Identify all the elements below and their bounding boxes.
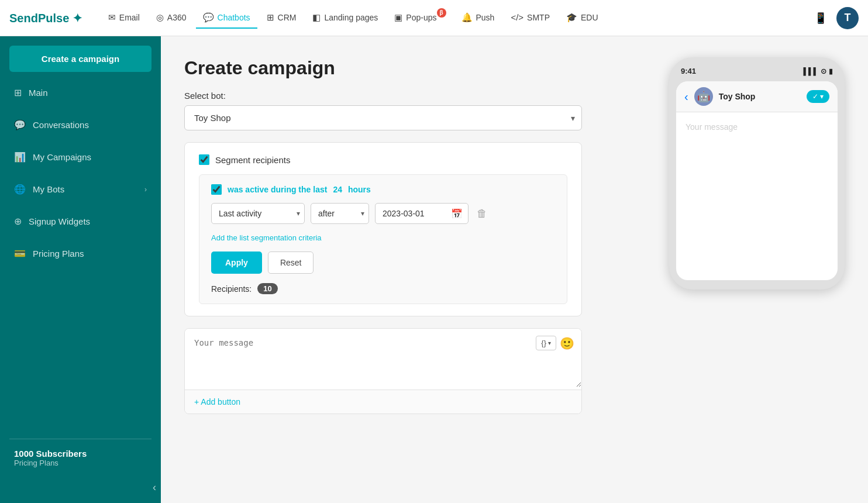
- select-bot-label: Select bot:: [184, 91, 664, 101]
- main-inner: Create campaign Select bot: Toy Shop ▾ S…: [161, 36, 687, 435]
- popups-icon: ▣: [394, 12, 402, 23]
- sidebar-item-my-bots[interactable]: 🌐 My Bots ›: [0, 173, 161, 205]
- phone-screen: ‹ 🤖 Toy Shop ✓ ▾ Your message: [676, 81, 838, 280]
- recipients-label: Recipients:: [211, 284, 252, 294]
- nav-item-chatbots[interactable]: 💬 Chatbots: [196, 8, 257, 29]
- phone-back-icon[interactable]: ‹: [684, 90, 688, 104]
- chatbots-icon: 💬: [203, 12, 214, 23]
- nav-item-landing[interactable]: ◧ Landing pages: [305, 8, 385, 29]
- add-criteria-link[interactable]: Add the list segmentation criteria: [211, 233, 322, 242]
- message-icons: {} ▾ 🙂: [536, 336, 574, 350]
- sidebar-collapse: ‹: [0, 477, 161, 503]
- message-textarea[interactable]: [185, 329, 581, 387]
- delete-filter-icon[interactable]: 🗑: [477, 208, 487, 220]
- campaigns-icon: 📊: [14, 151, 26, 163]
- page-title: Create campaign: [184, 57, 664, 79]
- push-icon: 🔔: [461, 12, 473, 23]
- subscribers-count: 1000 Subscribers: [14, 449, 147, 459]
- conversations-icon: 💬: [14, 119, 26, 130]
- sidebar-item-main[interactable]: ⊞ Main: [0, 77, 161, 109]
- smtp-icon: </>: [511, 12, 523, 22]
- wifi-icon: ⊙: [821, 67, 826, 75]
- sidebar-item-signup-widgets[interactable]: ⊕ Signup Widgets: [0, 205, 161, 237]
- phone-chat-body: Your message: [676, 112, 838, 264]
- edu-icon: 🎓: [566, 12, 577, 23]
- sidebar-label-campaigns: My Campaigns: [33, 152, 91, 162]
- nav-label-a360: A360: [167, 13, 187, 22]
- sidebar-label-pricing: Pricing Plans: [33, 249, 84, 259]
- navbar: SendPulse ✦ ✉ Email ◎ A360 💬 Chatbots ⊞ …: [0, 0, 868, 36]
- active-filter-label-start: was active during the last: [228, 185, 327, 194]
- sidebar: Create a campaign ⊞ Main 💬 Conversations…: [0, 36, 161, 503]
- phone-action-button[interactable]: ✓ ▾: [807, 90, 829, 103]
- code-arrow-icon: ▾: [548, 340, 551, 346]
- signal-icon: ▌▌▌: [803, 67, 818, 75]
- calendar-icon[interactable]: 📅: [451, 208, 463, 219]
- battery-icon: ▮: [829, 67, 833, 75]
- pricing-icon: 💳: [14, 248, 26, 259]
- filter-selects-row: Last activity after 📅 🗑: [211, 203, 555, 224]
- phone-time: 9:41: [681, 67, 696, 75]
- nav-item-popups[interactable]: ▣ Pop-ups β: [387, 8, 452, 29]
- active-filter-label-end: hours: [348, 185, 371, 194]
- sidebar-label-bots: My Bots: [33, 184, 64, 194]
- sidebar-item-pricing-plans[interactable]: 💳 Pricing Plans: [0, 237, 161, 270]
- segment-recipients-checkbox[interactable]: [199, 154, 209, 165]
- phone-bot-name: Toy Shop: [719, 92, 801, 101]
- nav-right: 📱 T: [814, 7, 859, 29]
- sidebar-plan-label[interactable]: Pricing Plans: [14, 459, 147, 467]
- filter-active-row: was active during the last 24 hours: [211, 184, 555, 195]
- main-content: Create campaign Select bot: Toy Shop ▾ S…: [161, 36, 868, 503]
- add-button-bar[interactable]: + Add button: [185, 390, 581, 414]
- sidebar-item-conversations[interactable]: 💬 Conversations: [0, 109, 161, 141]
- nav-label-email: Email: [119, 13, 140, 22]
- nav-item-push[interactable]: 🔔 Push: [454, 8, 502, 29]
- nav-label-chatbots: Chatbots: [218, 13, 250, 22]
- logo: SendPulse ✦: [9, 11, 82, 25]
- beta-badge: β: [437, 8, 446, 18]
- layout: Create a campaign ⊞ Main 💬 Conversations…: [0, 36, 868, 503]
- sidebar-item-my-campaigns[interactable]: 📊 My Campaigns: [0, 141, 161, 173]
- sidebar-footer: 1000 Subscribers Pricing Plans: [0, 439, 161, 477]
- criteria-select[interactable]: Last activity: [211, 203, 305, 224]
- nav-item-a360[interactable]: ◎ A360: [149, 8, 194, 29]
- widgets-icon: ⊕: [14, 216, 22, 227]
- avatar[interactable]: T: [836, 7, 859, 29]
- segment-header: Segment recipients: [199, 154, 567, 165]
- sidebar-label-main: Main: [29, 88, 48, 98]
- message-textarea-wrap: {} ▾ 🙂: [185, 329, 581, 390]
- create-campaign-button[interactable]: Create a campaign: [9, 46, 151, 72]
- segment-recipients-label: Segment recipients: [215, 155, 290, 165]
- reset-button[interactable]: Reset: [268, 252, 314, 274]
- phone-frame: 9:41 ▌▌▌ ⊙ ▮ ‹ 🤖 Toy Shop ✓ ▾: [669, 57, 845, 290]
- emoji-button[interactable]: 🙂: [560, 336, 574, 350]
- nav-label-push: Push: [476, 13, 495, 22]
- nav-item-email[interactable]: ✉ Email: [101, 8, 147, 29]
- condition-select-wrap: after: [311, 203, 369, 224]
- bots-icon: 🌐: [14, 184, 26, 195]
- crm-icon: ⊞: [267, 12, 274, 23]
- active-filter-checkbox[interactable]: [211, 184, 222, 195]
- phone-message-placeholder: Your message: [686, 122, 738, 132]
- code-btn[interactable]: {} ▾: [536, 336, 556, 350]
- phone-chat-header: ‹ 🤖 Toy Shop ✓ ▾: [676, 81, 838, 112]
- message-box: {} ▾ 🙂 + Add button: [184, 328, 582, 414]
- nav-label-landing: Landing pages: [324, 13, 378, 22]
- condition-select[interactable]: after: [311, 203, 369, 224]
- phone-bot-avatar: 🤖: [694, 87, 713, 106]
- nav-item-smtp[interactable]: </> SMTP: [504, 8, 557, 28]
- recipients-badge: 10: [257, 283, 277, 294]
- email-icon: ✉: [108, 12, 116, 23]
- nav-label-edu: EDU: [581, 13, 598, 22]
- phone-status-icons: ▌▌▌ ⊙ ▮: [803, 67, 833, 75]
- sidebar-collapse-button[interactable]: ‹: [153, 481, 156, 494]
- mobile-icon-btn[interactable]: 📱: [814, 12, 827, 25]
- sidebar-label-widgets: Signup Widgets: [29, 216, 90, 226]
- bot-select[interactable]: Toy Shop: [184, 105, 582, 130]
- date-input-wrap: 📅: [375, 203, 469, 224]
- sidebar-label-conversations: Conversations: [33, 120, 89, 130]
- apply-button[interactable]: Apply: [211, 252, 262, 274]
- nav-item-edu[interactable]: 🎓 EDU: [559, 8, 605, 29]
- nav-item-crm[interactable]: ⊞ CRM: [260, 8, 304, 29]
- segment-card: Segment recipients was active during the…: [184, 142, 582, 316]
